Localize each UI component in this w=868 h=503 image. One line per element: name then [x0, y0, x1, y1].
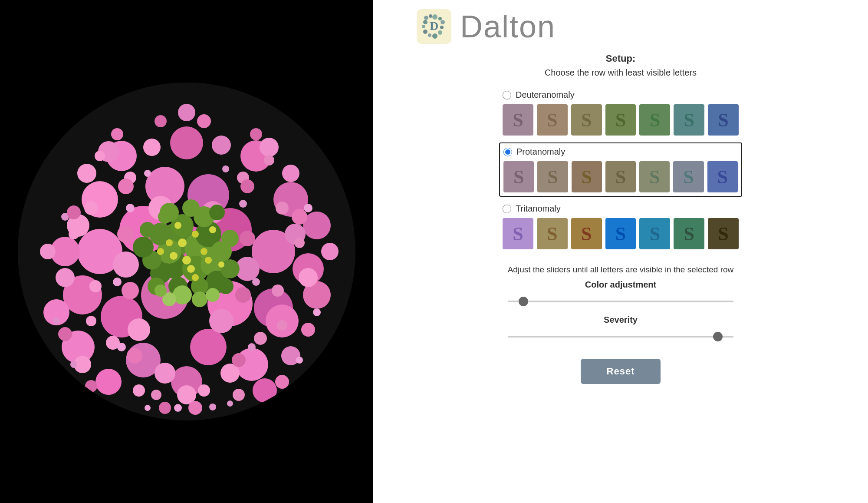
svg-point-115: [95, 151, 105, 161]
svg-point-142: [235, 287, 251, 303]
app-logo: D: [417, 9, 451, 44]
svg-point-53: [321, 243, 339, 260]
svg-point-45: [143, 139, 161, 156]
svg-point-42: [299, 268, 318, 287]
svg-point-54: [40, 244, 56, 259]
svg-point-75: [220, 259, 240, 278]
svg-point-157: [111, 128, 123, 140]
svg-point-97: [192, 291, 207, 307]
trit-tile-3: S: [571, 218, 602, 249]
deuteranomaly-label[interactable]: Deuteranomaly: [516, 90, 575, 100]
svg-point-102: [276, 202, 289, 215]
svg-point-112: [277, 320, 287, 331]
svg-point-81: [140, 222, 155, 238]
svg-point-122: [252, 278, 260, 286]
svg-point-156: [155, 115, 167, 127]
svg-point-137: [97, 400, 103, 407]
svg-point-171: [423, 20, 427, 24]
deut-tile-5: S: [639, 104, 670, 136]
svg-point-91: [174, 222, 181, 229]
svg-point-31: [253, 378, 277, 403]
protanomaly-group: Protanomaly S S S S S S S: [499, 142, 742, 197]
svg-point-165: [440, 26, 444, 29]
svg-point-76: [182, 199, 200, 217]
ishihara-plate: [0, 0, 373, 503]
svg-point-77: [209, 205, 225, 220]
svg-point-103: [89, 280, 102, 292]
svg-point-30: [95, 369, 122, 395]
color-adjustment-slider[interactable]: [508, 301, 733, 302]
svg-point-154: [159, 402, 171, 414]
svg-point-149: [301, 323, 315, 337]
svg-point-170: [422, 25, 425, 28]
trit-tile-5: S: [639, 218, 670, 249]
trit-tile-7: S: [708, 218, 739, 249]
svg-point-106: [254, 332, 267, 345]
svg-point-120: [239, 200, 247, 208]
svg-point-163: [438, 17, 442, 20]
reset-button[interactable]: Reset: [581, 359, 661, 384]
svg-point-161: [429, 14, 432, 18]
tritanomaly-label[interactable]: Tritanomaly: [516, 204, 561, 214]
svg-point-109: [133, 384, 145, 397]
svg-point-152: [85, 380, 97, 392]
svg-point-119: [126, 204, 135, 212]
deuteranomaly-radio[interactable]: [503, 91, 511, 99]
svg-point-23: [170, 126, 203, 159]
instructions-text: Adjust the sliders until all letters are…: [508, 265, 734, 275]
svg-point-151: [275, 375, 289, 389]
svg-point-155: [197, 114, 211, 128]
prot-tile-3: S: [572, 161, 602, 192]
svg-point-150: [58, 327, 72, 341]
svg-point-146: [240, 179, 254, 193]
color-adjustment-section: Color adjustment: [508, 280, 733, 308]
svg-point-143: [127, 348, 142, 364]
svg-point-34: [113, 252, 139, 278]
svg-point-48: [282, 165, 299, 182]
svg-point-138: [266, 403, 272, 409]
svg-point-95: [218, 261, 224, 268]
prot-tile-7: S: [707, 161, 738, 192]
protanomaly-label[interactable]: Protanomaly: [516, 147, 565, 157]
svg-point-82: [158, 210, 172, 224]
svg-point-141: [122, 282, 139, 299]
deut-tile-4: S: [605, 104, 636, 136]
svg-point-166: [438, 30, 442, 35]
deut-tile-3: S: [571, 104, 602, 136]
svg-point-133: [174, 404, 182, 412]
severity-slider-container: [508, 330, 733, 343]
svg-point-110: [233, 389, 245, 401]
svg-point-118: [151, 390, 161, 400]
svg-point-132: [70, 361, 77, 368]
severity-slider[interactable]: [508, 336, 733, 338]
severity-section: Severity: [508, 315, 733, 343]
deuteranomaly-group: Deuteranomaly S S S S S S S: [499, 86, 742, 139]
prot-tile-4: S: [605, 161, 636, 192]
svg-point-36: [128, 318, 150, 341]
svg-point-168: [428, 33, 431, 37]
svg-point-147: [292, 209, 307, 225]
svg-point-100: [155, 285, 167, 297]
svg-point-148: [67, 205, 81, 219]
protanomaly-radio[interactable]: [503, 148, 512, 156]
setup-label: Setup:: [606, 53, 635, 64]
svg-point-49: [155, 363, 175, 384]
svg-point-140: [240, 231, 255, 246]
prot-tile-6: S: [673, 161, 704, 192]
svg-point-126: [222, 165, 229, 172]
svg-point-121: [113, 278, 122, 286]
app-header: D Dalton: [417, 9, 556, 44]
svg-point-44: [260, 138, 279, 157]
svg-point-47: [77, 164, 96, 183]
svg-text:D: D: [430, 19, 438, 33]
svg-point-136: [227, 400, 233, 407]
svg-point-125: [144, 170, 151, 177]
svg-point-123: [117, 343, 126, 351]
svg-point-111: [86, 316, 96, 326]
prot-tile-5: S: [639, 161, 670, 192]
tritanomaly-radio[interactable]: [503, 205, 511, 213]
svg-point-89: [187, 265, 195, 273]
svg-point-101: [84, 201, 98, 215]
svg-point-99: [206, 288, 220, 302]
svg-point-79: [221, 230, 239, 247]
